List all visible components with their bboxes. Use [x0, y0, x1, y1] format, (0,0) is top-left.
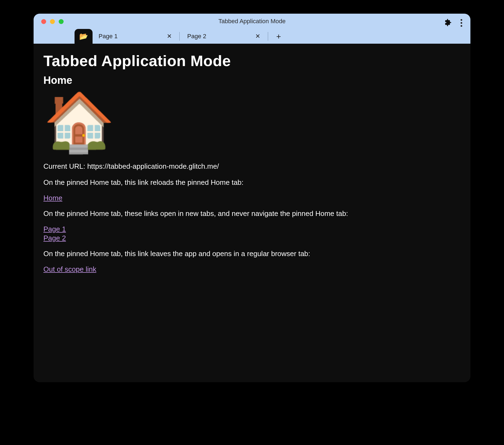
folder-icon: 📂: [79, 33, 88, 40]
close-tab-icon[interactable]: ✕: [255, 33, 260, 40]
tab-label: Page 2: [187, 33, 206, 40]
tab-separator: [179, 32, 180, 41]
pinned-home-tab[interactable]: 📂: [75, 29, 93, 44]
fullscreen-window-button[interactable]: [59, 19, 64, 24]
close-tab-icon[interactable]: ✕: [167, 33, 172, 40]
home-link-intro: On the pinned Home tab, this link reload…: [43, 178, 461, 187]
tab-page-2[interactable]: Page 2 ✕: [181, 29, 266, 44]
extensions-icon[interactable]: [444, 19, 452, 27]
page-title: Tabbed Application Mode: [43, 52, 461, 70]
home-link[interactable]: Home: [43, 194, 461, 202]
page1-link[interactable]: Page 1: [43, 225, 461, 233]
tab-separator: [268, 32, 268, 41]
house-icon: 🏠: [43, 93, 461, 151]
page-subtitle: Home: [43, 75, 461, 86]
outscope-link-intro: On the pinned Home tab, this link leaves…: [43, 249, 461, 259]
tab-page-1[interactable]: Page 1 ✕: [93, 29, 178, 44]
window-controls: [41, 19, 64, 24]
minimize-window-button[interactable]: [50, 19, 55, 24]
tab-strip: 📂 Page 1 ✕ Page 2 ✕ +: [34, 29, 470, 44]
page2-link[interactable]: Page 2: [43, 234, 461, 242]
titlebar: Tabbed Application Mode 📂 Page 1 ✕: [34, 14, 470, 44]
tab-label: Page 1: [99, 33, 118, 40]
close-window-button[interactable]: [41, 19, 46, 24]
new-tab-button[interactable]: +: [272, 31, 284, 43]
app-window: Tabbed Application Mode 📂 Page 1 ✕: [34, 14, 470, 382]
more-menu-icon[interactable]: [459, 17, 464, 28]
content-area: Tabbed Application Mode Home 🏠 Current U…: [34, 44, 470, 382]
current-url-line: Current URL: https://tabbed-application-…: [43, 162, 461, 171]
out-of-scope-link[interactable]: Out of scope link: [43, 265, 461, 274]
app-title: Tabbed Application Mode: [218, 18, 286, 25]
newtab-links-intro: On the pinned Home tab, these links open…: [43, 209, 461, 218]
